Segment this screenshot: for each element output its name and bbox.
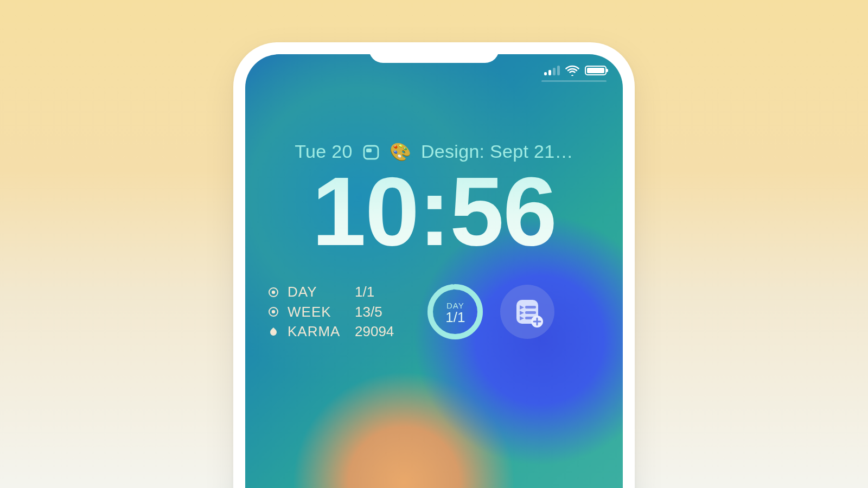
status-bar — [544, 65, 607, 76]
widgets-row: DAY 1/1 WEEK 13/5 KARMA 29094 — [267, 282, 601, 342]
lock-screen[interactable]: Tue 20 🎨 Design: Sept 21… 10:56 DAY — [245, 54, 623, 488]
battery-icon — [585, 66, 607, 75]
target-icon — [267, 306, 280, 317]
karma-icon — [267, 326, 280, 337]
stat-label: DAY — [288, 282, 347, 301]
phone-frame: Tue 20 🎨 Design: Sept 21… 10:56 DAY — [233, 42, 635, 488]
todoist-add-widget[interactable] — [500, 285, 554, 339]
svg-rect-10 — [525, 311, 536, 314]
stat-row-day: DAY 1/1 — [267, 282, 394, 301]
target-icon — [267, 287, 280, 298]
stat-value: 1/1 — [355, 282, 374, 301]
svg-point-3 — [272, 290, 275, 293]
day-progress-ring-widget[interactable]: DAY 1/1 — [425, 282, 485, 342]
svg-rect-1 — [366, 149, 372, 152]
stat-label: KARMA — [288, 322, 347, 341]
svg-point-7 — [430, 287, 480, 337]
wifi-icon — [565, 65, 579, 76]
stat-row-karma: KARMA 29094 — [267, 322, 394, 341]
svg-point-5 — [272, 310, 275, 313]
cellular-signal-icon — [544, 66, 560, 75]
stat-label: WEEK — [288, 302, 347, 322]
stat-value: 29094 — [355, 322, 394, 341]
stat-row-week: WEEK 13/5 — [267, 302, 394, 322]
svg-rect-9 — [525, 306, 536, 309]
phone-notch — [369, 42, 499, 63]
status-underline — [541, 80, 607, 82]
productivity-stats-widget[interactable]: DAY 1/1 WEEK 13/5 KARMA 29094 — [267, 282, 394, 341]
clock-time: 10:56 — [245, 163, 623, 260]
stat-value: 13/5 — [355, 302, 382, 322]
